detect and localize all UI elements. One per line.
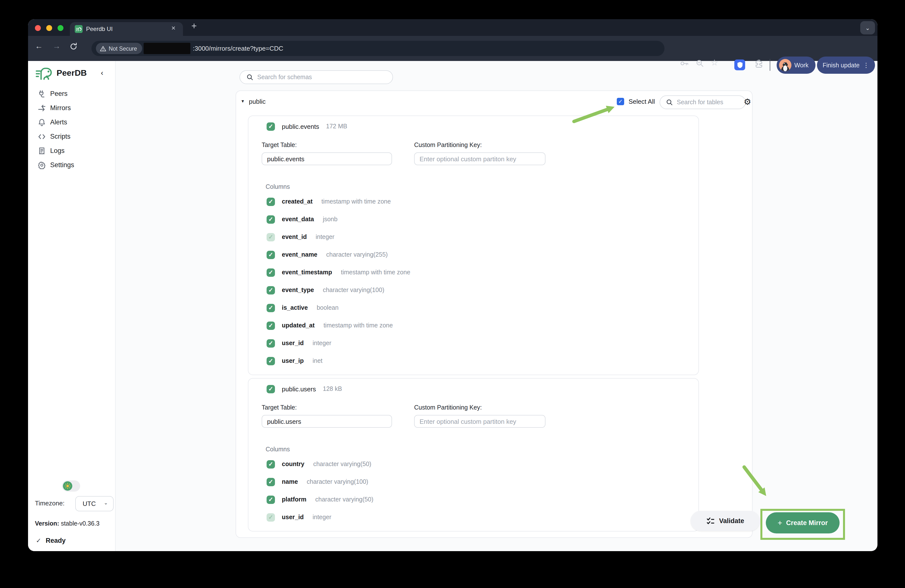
table-fields: Target Table: Custom Partitioning Key: bbox=[262, 404, 699, 428]
column-checkbox[interactable]: ✓ bbox=[267, 357, 275, 365]
column-checkbox[interactable]: ✓ bbox=[267, 250, 275, 259]
column-name: user_ip bbox=[282, 357, 304, 364]
sidebar-item-label: Peers bbox=[50, 90, 68, 97]
columns-label: Columns bbox=[265, 446, 699, 453]
column-type: integer bbox=[316, 233, 334, 241]
sidebar-item-mirrors[interactable]: Mirrors bbox=[28, 101, 115, 115]
tab-strip: Peerdb UI ✕ + ⌄ bbox=[28, 19, 878, 36]
column-checkbox[interactable]: ✓ bbox=[267, 304, 275, 312]
table-search-placeholder: Search for tables bbox=[677, 99, 723, 106]
column-checkbox[interactable]: ✓ bbox=[267, 321, 275, 330]
zoom-search-icon[interactable] bbox=[695, 59, 705, 68]
column-name: event_data bbox=[282, 216, 314, 223]
target-table-input[interactable] bbox=[262, 415, 392, 428]
column-name: event_type bbox=[282, 287, 314, 293]
password-key-icon[interactable] bbox=[679, 59, 689, 68]
peerdb-favicon bbox=[75, 25, 83, 33]
create-mirror-button[interactable]: + Create Mirror bbox=[766, 512, 840, 533]
security-label: Not Secure bbox=[109, 46, 137, 51]
browser-window: Peerdb UI ✕ + ⌄ ← → bbox=[28, 19, 878, 551]
status-label: Ready bbox=[46, 537, 66, 544]
column-row-updated_at: ✓updated_attimestamp with time zone bbox=[248, 317, 699, 334]
address-bar[interactable]: Not Secure :3000/mirrors/create?type=CDC bbox=[92, 41, 664, 56]
sidebar-item-alerts[interactable]: Alerts bbox=[28, 115, 115, 129]
light-mode-knob bbox=[63, 481, 72, 491]
browser-menu-dots-icon[interactable]: ⋮ bbox=[863, 62, 869, 69]
adblock-shield-icon[interactable] bbox=[734, 60, 745, 70]
table-cards: ✓ public.events 172 MB Target Table: Cus… bbox=[248, 116, 699, 534]
column-row-platform: ✓platformcharacter varying(50) bbox=[248, 491, 699, 508]
partition-key-input[interactable] bbox=[414, 415, 545, 428]
column-row-user_ip: ✓user_ipinet bbox=[248, 352, 699, 370]
partition-key-label: Custom Partitioning Key: bbox=[414, 142, 545, 149]
partition-key-label: Custom Partitioning Key: bbox=[414, 404, 545, 411]
table-checkbox[interactable]: ✓ bbox=[267, 385, 275, 393]
accordion-caret-icon[interactable]: ▾ bbox=[241, 98, 244, 104]
profile-chip[interactable]: Work bbox=[776, 57, 816, 74]
column-name: updated_at bbox=[282, 322, 314, 329]
schema-name[interactable]: public bbox=[249, 98, 265, 105]
column-row-event_id: ✓event_idinteger bbox=[248, 228, 699, 246]
column-row-user_id: ✓user_idinteger bbox=[248, 334, 699, 352]
column-type: inet bbox=[313, 357, 322, 364]
site-security-chip[interactable]: Not Secure bbox=[96, 43, 142, 54]
column-row-is_active: ✓is_activeboolean bbox=[248, 299, 699, 317]
sidebar-item-label: Mirrors bbox=[50, 104, 71, 112]
sidebar-item-scripts[interactable]: Scripts bbox=[28, 129, 115, 144]
partition-key-input[interactable] bbox=[414, 152, 545, 165]
column-row-event_data: ✓event_datajsonb bbox=[248, 211, 699, 228]
finish-update-button[interactable]: Finish update ⋮ bbox=[817, 57, 875, 74]
timezone-select[interactable]: UTC ⌄ bbox=[75, 496, 114, 511]
reload-icon[interactable] bbox=[69, 42, 78, 51]
table-settings-gear-icon[interactable]: ⚙ bbox=[744, 97, 751, 107]
sidebar-nav: PeersMirrorsAlertsScriptsLogsSettings bbox=[28, 87, 115, 172]
avatar bbox=[779, 59, 791, 71]
annotation-arrow-create-mirror bbox=[739, 463, 779, 505]
checklist-icon bbox=[706, 517, 714, 525]
column-checkbox[interactable]: ✓ bbox=[267, 339, 275, 347]
version-value: stable-v0.36.3 bbox=[61, 520, 100, 527]
partition-key-field: Custom Partitioning Key: bbox=[414, 404, 545, 428]
table-checkbox[interactable]: ✓ bbox=[267, 122, 275, 130]
sidebar-item-logs[interactable]: Logs bbox=[28, 144, 115, 158]
column-checkbox[interactable]: ✓ bbox=[267, 286, 275, 294]
column-checkbox[interactable]: ✓ bbox=[267, 460, 275, 468]
sidebar-item-peers[interactable]: Peers bbox=[28, 87, 115, 101]
schema-search-placeholder: Search for schemas bbox=[257, 74, 312, 81]
theme-toggle[interactable] bbox=[62, 480, 80, 491]
column-checkbox[interactable]: ✓ bbox=[267, 495, 275, 504]
table-search-input[interactable]: Search for tables bbox=[660, 95, 746, 109]
zoom-window-button[interactable] bbox=[57, 25, 64, 31]
sidebar-collapse-icon[interactable]: ‹ bbox=[101, 68, 103, 77]
column-checkbox[interactable]: ✓ bbox=[267, 197, 275, 206]
tab-search-button[interactable]: ⌄ bbox=[860, 21, 875, 35]
column-name: name bbox=[282, 479, 298, 485]
schema-search-input[interactable]: Search for schemas bbox=[240, 70, 393, 84]
column-rows: ✓countrycharacter varying(50)✓namecharac… bbox=[248, 455, 699, 526]
gear-icon bbox=[38, 161, 46, 169]
table-size: 172 MB bbox=[326, 123, 347, 130]
column-checkbox[interactable]: ✓ bbox=[267, 268, 275, 277]
column-checkbox[interactable]: ✓ bbox=[267, 215, 275, 223]
bookmark-star-icon[interactable]: ☆ bbox=[711, 57, 718, 68]
close-window-button[interactable] bbox=[35, 25, 41, 31]
close-tab-icon[interactable]: ✕ bbox=[171, 25, 176, 32]
profile-label: Work bbox=[794, 62, 808, 68]
extensions-puzzle-icon[interactable] bbox=[754, 59, 764, 69]
code-icon bbox=[38, 133, 46, 140]
select-all-label: Select All bbox=[629, 98, 655, 105]
chevron-down-icon: ⌄ bbox=[865, 24, 870, 31]
browser-tab[interactable]: Peerdb UI ✕ bbox=[70, 22, 183, 36]
forward-icon[interactable]: → bbox=[52, 42, 60, 51]
column-type: character varying(100) bbox=[323, 287, 384, 293]
minimize-window-button[interactable] bbox=[46, 25, 52, 31]
column-checkbox: ✓ bbox=[267, 233, 275, 241]
validate-button[interactable]: Validate bbox=[691, 511, 760, 531]
sidebar-item-settings[interactable]: Settings bbox=[28, 158, 115, 172]
new-tab-icon[interactable]: + bbox=[191, 21, 197, 32]
target-table-input[interactable] bbox=[262, 152, 392, 165]
column-checkbox[interactable]: ✓ bbox=[267, 478, 275, 486]
column-name: event_name bbox=[282, 251, 318, 258]
sidebar-item-label: Scripts bbox=[50, 133, 71, 140]
back-icon[interactable]: ← bbox=[35, 42, 43, 51]
